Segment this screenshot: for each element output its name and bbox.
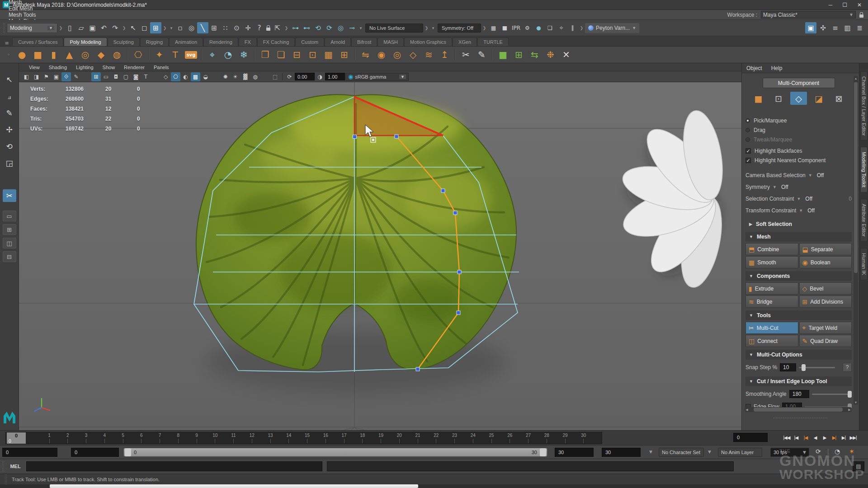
range-end-handle[interactable]: [540, 448, 546, 456]
display-resolution-icon[interactable]: T: [141, 72, 151, 81]
sidebar-vertical-tab[interactable]: Attribute Editor: [860, 199, 868, 242]
history-back-icon[interactable]: ⟲: [312, 22, 324, 33]
cut-insert-edge-loop-header[interactable]: ▼ Cut / Insert Edge Loop Tool: [745, 376, 852, 386]
user-account-dropdown[interactable]: Peyton Varn... ▼: [585, 23, 639, 33]
go-to-start-button[interactable]: |◀◀: [782, 432, 791, 442]
save-scene-icon[interactable]: ▣: [87, 22, 98, 33]
component-command-button[interactable]: ≋Bridge: [745, 296, 798, 308]
select-tool-icon[interactable]: ↖: [3, 73, 16, 86]
menu-item[interactable]: Edit Mesh: [4, 5, 46, 12]
workspace-lock-icon[interactable]: [859, 14, 863, 18]
pause-viewport-icon[interactable]: ‖: [567, 22, 578, 33]
menu-item[interactable]: Mesh Tools: [4, 12, 46, 18]
animation-preferences-icon[interactable]: ◔: [835, 448, 840, 455]
panel-menu-item[interactable]: Panels: [149, 65, 174, 70]
contrast-icon[interactable]: ◑: [315, 72, 325, 81]
toolkit-vertical-scrollbar[interactable]: ▲▼: [854, 76, 858, 405]
range-slider[interactable]: 0 30: [123, 447, 548, 457]
sidebar-vertical-tab[interactable]: Modeling Toolkit: [860, 147, 868, 192]
auto-keyframe-icon[interactable]: ✶: [849, 448, 854, 455]
type-tool-icon[interactable]: T: [168, 47, 183, 62]
poly-cone-icon[interactable]: ▲: [62, 47, 77, 62]
panel-menu-item[interactable]: Renderer: [119, 65, 149, 70]
panel-menu-item[interactable]: View: [24, 65, 44, 70]
animation-end-field[interactable]: 30: [602, 448, 641, 457]
toolkit-horizontal-scrollbar[interactable]: ◀▶: [745, 407, 852, 412]
tool-settings-toggle-icon[interactable]: ▥: [842, 22, 853, 33]
highlight-checkbox[interactable]: ✓ Highlight Backfaces: [745, 146, 852, 155]
undo-icon[interactable]: ↶: [98, 22, 109, 33]
panel-menu-item[interactable]: Lighting: [71, 65, 98, 70]
tool-command-button[interactable]: ✂Multi-Cut: [745, 322, 798, 334]
wireframe-mode-icon[interactable]: ◇: [161, 72, 170, 81]
snap-to-grids-icon[interactable]: ◎: [186, 22, 197, 33]
snap-step-slider[interactable]: [799, 367, 835, 368]
modeling-toolkit-toggle-icon[interactable]: ▣: [805, 22, 816, 33]
scene-time-icon[interactable]: ◔: [221, 47, 236, 62]
component-command-button[interactable]: ⊞Add Divisions: [799, 296, 852, 308]
separate-icon[interactable]: ❏: [274, 47, 288, 62]
section-collapser[interactable]: ❯: [122, 26, 126, 30]
menu-item[interactable]: Mesh: [4, 0, 46, 5]
play-forwards-button[interactable]: ▶: [820, 432, 829, 442]
quad-draw-shelf-icon[interactable]: ✎: [474, 47, 489, 62]
channel-box-toggle-icon[interactable]: ≡: [830, 22, 841, 33]
exposure-field[interactable]: 0.00: [295, 73, 315, 80]
shelf-tab[interactable]: Animation: [169, 38, 203, 46]
node-connections-icon[interactable]: ⊸: [346, 22, 358, 33]
section-collapser[interactable]: ❯: [284, 26, 288, 30]
snap-together-icon[interactable]: ✛: [242, 22, 254, 33]
symmetrize-icon[interactable]: ⇆: [527, 47, 542, 62]
pan-zoom-2d-icon[interactable]: ⟐: [61, 72, 71, 81]
input-connections-icon[interactable]: ⊶: [290, 22, 301, 33]
symmetry-options-arrow-icon[interactable]: ▾: [430, 22, 436, 33]
default-lighting-icon[interactable]: ✺: [221, 72, 230, 81]
fill-hole-icon[interactable]: ⊡: [305, 47, 320, 62]
live-surface-field[interactable]: No Live Surface: [365, 23, 423, 33]
poly-cylinder-icon[interactable]: ▮: [46, 47, 61, 62]
gate-mask-icon[interactable]: ▢: [121, 72, 131, 81]
fps-dropdown[interactable]: 30 fps ▼: [770, 448, 809, 457]
paint-selection-tool-icon[interactable]: ✎: [3, 107, 16, 119]
poly-torus-icon[interactable]: ◎: [78, 47, 93, 62]
section-collapser[interactable]: ❯: [59, 26, 63, 30]
shelf-tab[interactable]: XGen: [453, 38, 477, 46]
current-frame-indicator[interactable]: 0 0: [7, 432, 26, 444]
character-set-arrow-icon[interactable]: ▼: [649, 450, 652, 454]
exposure-icon[interactable]: ⟳: [285, 72, 294, 81]
anim-layer-arrow-icon[interactable]: ▼: [708, 450, 711, 454]
active-tool-slot[interactable]: ✂: [3, 189, 16, 202]
shadows-icon[interactable]: ▓: [241, 72, 250, 81]
poly-plane-icon[interactable]: ◆: [94, 47, 108, 62]
camera-select-icon[interactable]: ◧: [22, 72, 31, 81]
all-lights-icon[interactable]: ☀: [231, 72, 240, 81]
shelf-tab[interactable]: Curves / Surfaces: [12, 38, 63, 46]
occlusion-icon[interactable]: ◍: [250, 72, 260, 81]
select-hierarchy-icon[interactable]: ↖: [127, 22, 139, 33]
toolkit-menu-item[interactable]: Object: [746, 65, 768, 71]
svg-tool-icon[interactable]: svg: [184, 47, 198, 62]
grid-toggle-icon[interactable]: ⊞: [91, 72, 101, 81]
selection-mode-radio[interactable]: Pick/Marquee: [745, 116, 852, 125]
shelf-tab[interactable]: Arnold: [325, 38, 351, 46]
isolate-select-icon[interactable]: ⬚: [270, 72, 280, 81]
constraint-dropdown-row[interactable]: Selection Constraint ▼ Off 0: [745, 193, 852, 205]
grease-pencil-icon[interactable]: ✎: [71, 72, 81, 81]
construction-history-icon[interactable]: ◎: [335, 22, 346, 33]
open-scene-icon[interactable]: ▱: [75, 22, 87, 33]
camera-bookmark-icon[interactable]: ⚑: [42, 72, 51, 81]
mesh-section-header[interactable]: ▼ Mesh: [745, 232, 852, 242]
menu-set-dropdown[interactable]: Modeling▼: [7, 23, 57, 33]
shelf-tab[interactable]: Poly Modeling: [64, 38, 107, 46]
extrude-icon[interactable]: ↥: [437, 47, 452, 62]
go-to-end-button[interactable]: ▶▶|: [849, 432, 858, 442]
add-divisions-icon[interactable]: ⊞: [337, 47, 352, 62]
step-back-frame-button[interactable]: |◀: [792, 432, 801, 442]
playback-loop-icon[interactable]: ⟳: [816, 448, 821, 455]
view-transform-dropdown[interactable]: ◉ sRGB gamma ▼: [345, 73, 409, 81]
shaded-mode-icon[interactable]: ⎔: [171, 72, 180, 81]
poly-disc-icon[interactable]: ◍: [109, 47, 124, 62]
grip-handle[interactable]: [3, 23, 5, 33]
time-slider-track[interactable]: 0 0 123456789101112131415161718192021222…: [5, 432, 602, 444]
tool-help-button[interactable]: ?: [843, 363, 852, 372]
